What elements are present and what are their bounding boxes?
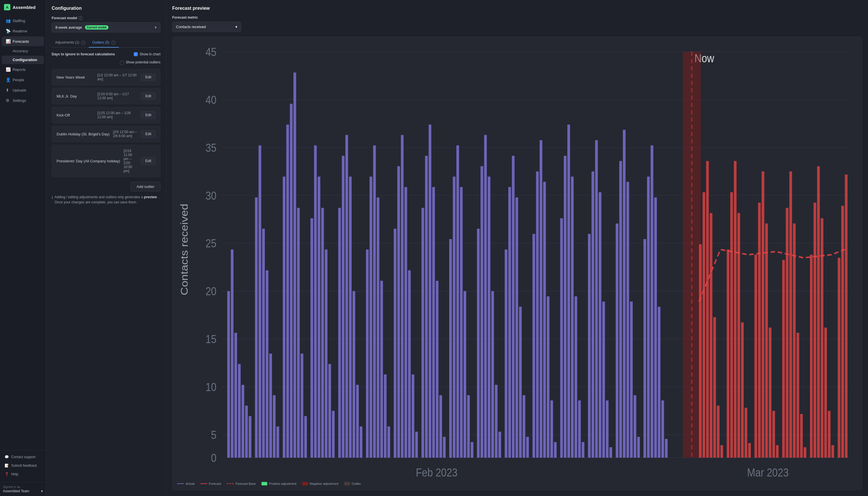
sidebar-item-settings[interactable]: ⚙ Settings [2, 95, 44, 105]
edit-button-2[interactable]: Edit [141, 111, 156, 119]
svg-rect-152 [754, 255, 757, 458]
edit-button-4[interactable]: Edit [141, 157, 156, 165]
sidebar-item-staffing[interactable]: 👥 Staffing [2, 16, 44, 26]
sidebar-item-label: Settings [13, 98, 26, 103]
app-logo[interactable]: A Assembled [0, 0, 46, 14]
svg-rect-97 [508, 187, 511, 458]
days-to-ignore-label: Days to ignore in forecast calculations [52, 52, 115, 56]
svg-rect-112 [567, 124, 570, 458]
svg-text:10: 10 [205, 381, 216, 393]
show-in-chart-checkbox[interactable]: ✓ [134, 52, 138, 56]
legend-negative-rect [302, 482, 308, 485]
preview-panel: Forecast preview Forecast metric Contact… [167, 0, 868, 496]
show-potential-outliers-checkbox[interactable] [120, 61, 124, 65]
svg-rect-105 [539, 140, 542, 458]
forecast-model-info-icon[interactable]: i [79, 16, 83, 20]
sidebar-item-forecasts[interactable]: 📊 Forecasts [2, 36, 44, 46]
sidebar-item-people[interactable]: 👤 People [2, 75, 44, 84]
tab-outliers[interactable]: Outliers (5) i [89, 38, 119, 48]
svg-rect-164 [800, 414, 803, 458]
svg-rect-33 [255, 197, 258, 458]
accuracy-label: Accuracy [13, 49, 28, 53]
signed-in-user[interactable]: Assembled Team ▾ [3, 489, 43, 493]
svg-rect-39 [276, 427, 279, 458]
sidebar-subitem-configuration[interactable]: Configuration [2, 56, 44, 64]
svg-rect-161 [789, 172, 792, 458]
svg-rect-89 [477, 229, 479, 458]
svg-rect-52 [329, 364, 331, 458]
sidebar-item-label: Uploads [13, 88, 26, 92]
svg-rect-61 [366, 250, 368, 458]
svg-rect-64 [377, 197, 379, 458]
outliers-list: New Years Week [1/2 12:00 am – 1/7 12:00… [52, 69, 161, 177]
svg-rect-142 [713, 317, 716, 458]
submit-feedback-icon: 📝 [4, 464, 9, 468]
svg-rect-74 [415, 432, 418, 458]
sidebar-item-reports[interactable]: 📈 Reports [2, 64, 44, 74]
legend-negative-adjustment: Negative adjustment [302, 482, 338, 485]
svg-text:Mar 2023: Mar 2023 [747, 466, 789, 479]
svg-rect-173 [838, 258, 840, 458]
svg-rect-174 [841, 206, 844, 458]
configuration-label: Configuration [13, 58, 37, 62]
sidebar-subitem-accuracy[interactable]: Accuracy [2, 47, 44, 55]
svg-rect-58 [352, 291, 355, 458]
forecast-model-select[interactable]: 8-week average Current model ▾ [52, 22, 161, 32]
svg-rect-86 [463, 291, 466, 458]
svg-text:35: 35 [205, 141, 216, 154]
add-outlier-button[interactable]: Add outlier [131, 182, 161, 191]
metric-value: Contacts received [176, 25, 206, 29]
svg-rect-75 [421, 208, 424, 458]
svg-rect-158 [776, 445, 778, 458]
svg-rect-132 [647, 177, 650, 458]
svg-rect-121 [602, 301, 605, 458]
contact-support-button[interactable]: 💬 Contact support [2, 453, 44, 461]
svg-rect-79 [436, 281, 438, 458]
svg-rect-113 [571, 177, 574, 458]
svg-rect-66 [384, 374, 386, 458]
uploads-icon: ⬆ [6, 88, 10, 92]
user-chevron-icon: ▾ [41, 489, 43, 493]
help-button[interactable]: ❓ Help [2, 470, 44, 479]
edit-button-0[interactable]: Edit [141, 74, 156, 81]
legend-outlier-rect [344, 482, 350, 485]
edit-button-3[interactable]: Edit [141, 130, 156, 138]
sidebar-item-uploads[interactable]: ⬆ Uploads [2, 85, 44, 95]
outliers-section-header: Days to ignore in forecast calculations … [52, 52, 161, 56]
svg-rect-26 [227, 291, 230, 458]
sidebar-item-realtime[interactable]: 📡 Realtime [2, 26, 44, 36]
svg-rect-99 [516, 197, 518, 458]
show-in-chart-control[interactable]: ✓ Show in chart [134, 52, 161, 56]
svg-text:30: 30 [205, 189, 216, 202]
svg-rect-76 [425, 156, 428, 458]
forecast-metric-select[interactable]: Contacts received ▾ [172, 22, 241, 32]
svg-rect-123 [609, 447, 612, 458]
svg-rect-28 [234, 333, 237, 458]
config-tabs: Adjustments (1) i Outliers (5) i [52, 38, 161, 48]
svg-rect-43 [293, 73, 296, 458]
svg-rect-145 [727, 250, 729, 458]
svg-rect-106 [543, 182, 546, 458]
outlier-card-4: Presidents' Day (All Company holiday) [2… [52, 144, 161, 177]
config-panel: Configuration Forecast model i 8-week av… [46, 0, 167, 496]
forecast-model-value: 8-week average [56, 25, 82, 30]
outlier-name-2: Kick-Off [57, 113, 94, 117]
svg-rect-72 [408, 270, 411, 458]
svg-rect-138 [699, 244, 701, 458]
svg-rect-135 [658, 307, 660, 458]
svg-rect-109 [554, 442, 557, 458]
svg-rect-167 [813, 203, 816, 458]
svg-rect-170 [824, 328, 827, 458]
svg-rect-37 [269, 354, 272, 458]
outliers-info-icon[interactable]: i [111, 41, 116, 45]
adjustments-info-icon[interactable]: i [81, 41, 85, 45]
submit-feedback-button[interactable]: 📝 Submit feedback [2, 461, 44, 470]
edit-button-1[interactable]: Edit [141, 92, 156, 100]
legend-positive-rect [261, 482, 267, 485]
svg-rect-117 [588, 234, 591, 458]
svg-rect-122 [606, 401, 609, 458]
svg-rect-149 [741, 323, 744, 458]
tab-adjustments[interactable]: Adjustments (1) i [52, 38, 89, 48]
svg-rect-93 [491, 291, 494, 458]
outlier-date-1: [1/16 6:00 am – 1/17 12:00 am] [97, 92, 137, 100]
